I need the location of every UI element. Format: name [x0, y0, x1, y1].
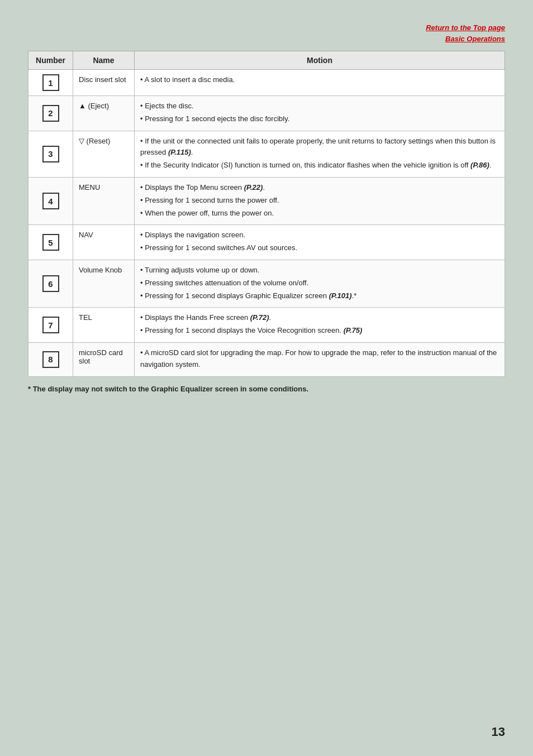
- row-number-cell: 8: [28, 342, 73, 376]
- number-box: 7: [42, 317, 59, 333]
- return-to-top-link[interactable]: Return to the Top page: [426, 23, 505, 32]
- motion-bullet: • Displays the Top Menu screen (P.22).: [140, 182, 499, 194]
- table-row: 8microSD card slot• A microSD card slot …: [28, 342, 505, 376]
- table-row: 1Disc insert slot• A slot to insert a di…: [28, 70, 505, 96]
- motion-bullet: • Pressing for 1 second switches AV out …: [140, 242, 499, 254]
- number-box: 1: [42, 74, 59, 91]
- operations-table: Number Name Motion 1Disc insert slot• A …: [28, 51, 505, 377]
- table-row: 6Volume Knob• Turning adjusts volume up …: [28, 260, 505, 307]
- basic-operations-link[interactable]: Basic Operations: [28, 34, 505, 45]
- row-name-cell: Disc insert slot: [73, 70, 135, 96]
- row-name-cell: TEL: [73, 308, 135, 343]
- row-name-cell: microSD card slot: [73, 342, 135, 376]
- top-navigation: Return to the Top page Basic Operations: [28, 22, 505, 44]
- row-motion-cell: • A slot to insert a disc media.: [135, 70, 505, 96]
- motion-bullet: • When the power off, turns the power on…: [140, 208, 499, 219]
- motion-bullet: • Turning adjusts volume up or down.: [140, 265, 499, 276]
- footnote-text: * The display may not switch to the Grap…: [28, 385, 505, 393]
- row-name-cell: MENU: [73, 177, 135, 224]
- motion-bullet: • A microSD card slot for upgrading the …: [140, 347, 499, 371]
- table-row: 4MENU• Displays the Top Menu screen (P.2…: [28, 177, 505, 224]
- row-number-cell: 5: [28, 225, 73, 260]
- row-number-cell: 4: [28, 177, 73, 224]
- number-box: 6: [42, 275, 59, 292]
- page-number: 13: [492, 725, 505, 739]
- motion-bullet: • Pressing for 1 second displays the Voi…: [140, 325, 499, 337]
- row-motion-cell: • A microSD card slot for upgrading the …: [135, 342, 505, 376]
- row-number-cell: 7: [28, 308, 73, 343]
- row-number-cell: 1: [28, 70, 73, 96]
- number-box: 3: [42, 146, 59, 162]
- motion-bullet: • Pressing switches attenuation of the v…: [140, 277, 499, 289]
- col-header-name: Name: [73, 51, 135, 70]
- row-number-cell: 2: [28, 96, 73, 131]
- number-box: 4: [42, 193, 59, 209]
- row-motion-cell: • Displays the navigation screen.• Press…: [135, 225, 505, 260]
- row-number-cell: 6: [28, 260, 73, 307]
- motion-bullet: • If the unit or the connected unit fail…: [140, 136, 499, 159]
- row-name-cell: ▽ (Reset): [73, 131, 135, 177]
- row-name-cell: Volume Knob: [73, 260, 135, 307]
- row-motion-cell: • If the unit or the connected unit fail…: [135, 131, 505, 177]
- col-header-motion: Motion: [135, 51, 505, 70]
- motion-bullet: • Pressing for 1 second displays Graphic…: [140, 290, 499, 302]
- col-header-number: Number: [28, 51, 73, 70]
- motion-bullet: • Ejects the disc.: [140, 101, 499, 112]
- row-number-cell: 3: [28, 131, 73, 177]
- row-name-cell: ▲ (Eject): [73, 96, 135, 131]
- number-box: 5: [42, 234, 59, 251]
- motion-bullet: • Displays the navigation screen.: [140, 229, 499, 241]
- motion-bullet: • A slot to insert a disc media.: [140, 74, 499, 86]
- motion-bullet: • Displays the Hands Free screen (P.72).: [140, 312, 499, 324]
- row-motion-cell: • Turning adjusts volume up or down.• Pr…: [135, 260, 505, 307]
- table-row: 3▽ (Reset)• If the unit or the connected…: [28, 131, 505, 177]
- row-motion-cell: • Displays the Hands Free screen (P.72).…: [135, 308, 505, 343]
- row-name-cell: NAV: [73, 225, 135, 260]
- table-row: 2▲ (Eject)• Ejects the disc.• Pressing f…: [28, 96, 505, 131]
- table-row: 5NAV• Displays the navigation screen.• P…: [28, 225, 505, 260]
- row-motion-cell: • Displays the Top Menu screen (P.22).• …: [135, 177, 505, 224]
- table-row: 7TEL• Displays the Hands Free screen (P.…: [28, 308, 505, 343]
- motion-bullet: • Pressing for 1 second turns the power …: [140, 195, 499, 207]
- motion-bullet: • If the Security Indicator (SI) functio…: [140, 160, 499, 171]
- row-motion-cell: • Ejects the disc.• Pressing for 1 secon…: [135, 96, 505, 131]
- number-box: 8: [42, 351, 59, 368]
- motion-bullet: • Pressing for 1 second ejects the disc …: [140, 113, 499, 125]
- number-box: 2: [42, 105, 59, 122]
